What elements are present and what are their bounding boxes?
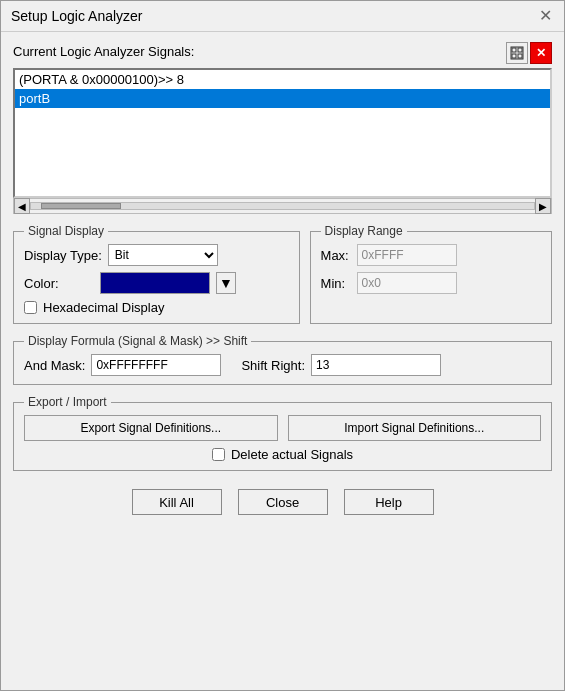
- close-button[interactable]: Close: [238, 489, 328, 515]
- svg-rect-1: [512, 48, 516, 52]
- signals-header: Current Logic Analyzer Signals: ✕: [13, 42, 552, 64]
- hex-display-label: Hexadecimal Display: [43, 300, 164, 315]
- max-row: Max:: [321, 244, 541, 266]
- delete-signals-label: Delete actual Signals: [231, 447, 353, 462]
- new-signal-icon: [510, 46, 524, 60]
- export-signal-definitions-button[interactable]: Export Signal Definitions...: [24, 415, 278, 441]
- min-label: Min:: [321, 276, 351, 291]
- and-mask-group: And Mask:: [24, 354, 221, 376]
- formula-group: Display Formula (Signal & Mask) >> Shift…: [13, 334, 552, 385]
- list-item[interactable]: portB: [15, 89, 550, 108]
- close-window-button[interactable]: ✕: [536, 7, 554, 25]
- display-type-row: Display Type: Bit Integer Hex Float: [24, 244, 289, 266]
- export-import-legend: Export / Import: [24, 395, 111, 409]
- delete-signals-checkbox[interactable]: [212, 448, 225, 461]
- and-mask-input[interactable]: [91, 354, 221, 376]
- svg-rect-0: [511, 47, 523, 59]
- max-input[interactable]: [357, 244, 457, 266]
- display-range-group: Display Range Max: Min:: [310, 224, 552, 324]
- signals-toolbar: ✕: [506, 42, 552, 64]
- scroll-left-button[interactable]: ◀: [14, 198, 30, 214]
- import-signal-definitions-button[interactable]: Import Signal Definitions...: [288, 415, 542, 441]
- delete-row: Delete actual Signals: [24, 447, 541, 462]
- window-title: Setup Logic Analyzer: [11, 8, 143, 24]
- color-row: Color: ▼: [24, 272, 289, 294]
- hex-display-row: Hexadecimal Display: [24, 300, 289, 315]
- scroll-track: [30, 202, 535, 210]
- and-mask-label: And Mask:: [24, 358, 85, 373]
- display-type-select[interactable]: Bit Integer Hex Float: [108, 244, 218, 266]
- hex-display-checkbox[interactable]: [24, 301, 37, 314]
- export-import-group: Export / Import Export Signal Definition…: [13, 395, 552, 471]
- title-bar: Setup Logic Analyzer ✕: [1, 1, 564, 32]
- display-type-label: Display Type:: [24, 248, 102, 263]
- min-row: Min:: [321, 272, 541, 294]
- signals-list[interactable]: (PORTA & 0x00000100)>> 8 portB: [13, 68, 552, 198]
- svg-rect-4: [518, 54, 522, 58]
- help-button[interactable]: Help: [344, 489, 434, 515]
- svg-rect-2: [518, 48, 522, 52]
- display-range-legend: Display Range: [321, 224, 407, 238]
- scroll-thumb[interactable]: [41, 203, 121, 209]
- color-label: Color:: [24, 276, 94, 291]
- middle-row: Signal Display Display Type: Bit Integer…: [13, 224, 552, 324]
- signals-label: Current Logic Analyzer Signals:: [13, 44, 194, 59]
- signal-display-group: Signal Display Display Type: Bit Integer…: [13, 224, 300, 324]
- formula-row: And Mask: Shift Right:: [24, 354, 541, 376]
- delete-signal-button[interactable]: ✕: [530, 42, 552, 64]
- color-swatch: [100, 272, 210, 294]
- shift-right-group: Shift Right:: [241, 354, 441, 376]
- shift-right-label: Shift Right:: [241, 358, 305, 373]
- svg-rect-3: [512, 54, 516, 58]
- shift-right-input[interactable]: [311, 354, 441, 376]
- signal-display-legend: Signal Display: [24, 224, 108, 238]
- min-input[interactable]: [357, 272, 457, 294]
- list-item[interactable]: (PORTA & 0x00000100)>> 8: [15, 70, 550, 89]
- export-import-row: Export Signal Definitions... Import Sign…: [24, 415, 541, 441]
- max-label: Max:: [321, 248, 351, 263]
- new-signal-button[interactable]: [506, 42, 528, 64]
- color-picker-button[interactable]: ▼: [216, 272, 236, 294]
- signals-section: Current Logic Analyzer Signals: ✕: [13, 42, 552, 214]
- horizontal-scrollbar[interactable]: ◀ ▶: [13, 198, 552, 214]
- kill-all-button[interactable]: Kill All: [132, 489, 222, 515]
- scroll-right-button[interactable]: ▶: [535, 198, 551, 214]
- main-window: Setup Logic Analyzer ✕ Current Logic Ana…: [0, 0, 565, 691]
- content-area: Current Logic Analyzer Signals: ✕: [1, 32, 564, 690]
- bottom-buttons: Kill All Close Help: [13, 481, 552, 519]
- formula-legend: Display Formula (Signal & Mask) >> Shift: [24, 334, 251, 348]
